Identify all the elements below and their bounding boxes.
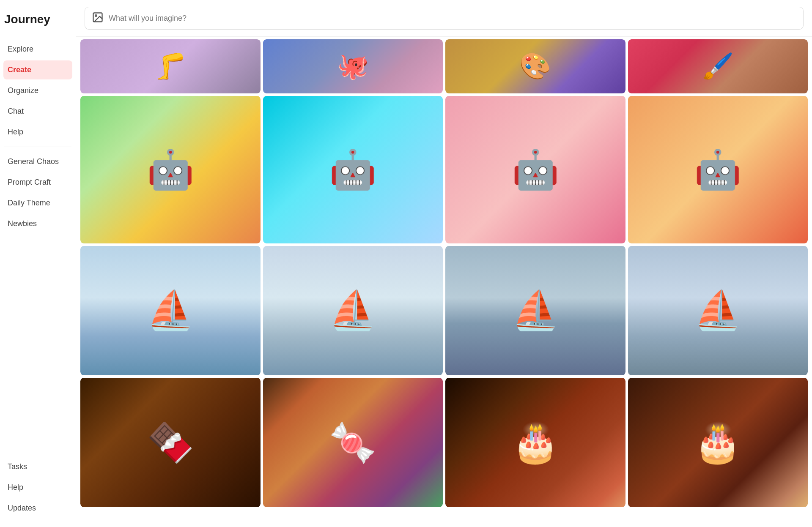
image-cell-choc-3[interactable]: 🎂: [445, 378, 625, 507]
image-cell-top-2[interactable]: 🐙: [263, 39, 443, 93]
sidebar-item-chat[interactable]: Chat: [3, 102, 72, 121]
image-grid-container: 🦵 🐙 🎨 🖌️ 🤖: [76, 37, 812, 527]
sidebar-item-help-bottom[interactable]: Help: [3, 478, 72, 497]
sidebar-item-updates[interactable]: Updates: [3, 499, 72, 518]
sidebar-item-daily-theme[interactable]: Daily Theme: [3, 194, 72, 213]
app-title: Journey: [0, 8, 76, 39]
image-cell-ship-1[interactable]: ⛵: [80, 246, 261, 375]
svg-point-1: [95, 15, 97, 16]
sidebar-item-create[interactable]: Create: [3, 60, 72, 79]
search-bar-container: [76, 0, 812, 37]
image-cell-choc-2[interactable]: 🍬: [263, 378, 443, 507]
sidebar-item-general-chaos[interactable]: General Chaos: [3, 152, 72, 171]
sidebar-divider-2: [4, 452, 71, 452]
image-cell-robot-3[interactable]: 🤖: [445, 96, 625, 243]
image-cell-robot-1[interactable]: 🤖: [80, 96, 261, 243]
image-cell-robot-2[interactable]: 🤖: [263, 96, 443, 243]
sidebar-item-prompt-craft[interactable]: Prompt Craft: [3, 173, 72, 192]
image-cell-ship-4[interactable]: ⛵: [628, 246, 808, 375]
image-grid: 🦵 🐙 🎨 🖌️ 🤖: [80, 37, 808, 510]
sidebar-item-explore[interactable]: Explore: [3, 40, 72, 59]
main-content: 🦵 🐙 🎨 🖌️ 🤖: [76, 0, 812, 527]
sidebar-item-help[interactable]: Help: [3, 123, 72, 142]
image-cell-choc-1[interactable]: 🍫: [80, 378, 261, 507]
image-cell-ship-2[interactable]: ⛵: [263, 246, 443, 375]
image-cell-ship-3[interactable]: ⛵: [445, 246, 625, 375]
image-cell-choc-4[interactable]: 🎂: [628, 378, 808, 507]
sidebar-item-organize[interactable]: Organize: [3, 81, 72, 100]
search-bar[interactable]: [85, 7, 804, 30]
image-cell-top-3[interactable]: 🎨: [445, 39, 625, 93]
search-input[interactable]: [109, 14, 796, 23]
image-cell-top-4[interactable]: 🖌️: [628, 39, 808, 93]
sidebar: Journey Explore Create Organize Chat Hel…: [0, 0, 76, 527]
sidebar-divider-1: [4, 147, 71, 147]
image-cell-robot-4[interactable]: 🤖: [628, 96, 808, 243]
sidebar-item-newbies[interactable]: Newbies: [3, 214, 72, 233]
sidebar-item-tasks[interactable]: Tasks: [3, 457, 72, 476]
sidebar-spacer: [0, 234, 76, 448]
image-cell-top-1[interactable]: 🦵: [80, 39, 261, 93]
image-search-icon: [92, 11, 104, 25]
